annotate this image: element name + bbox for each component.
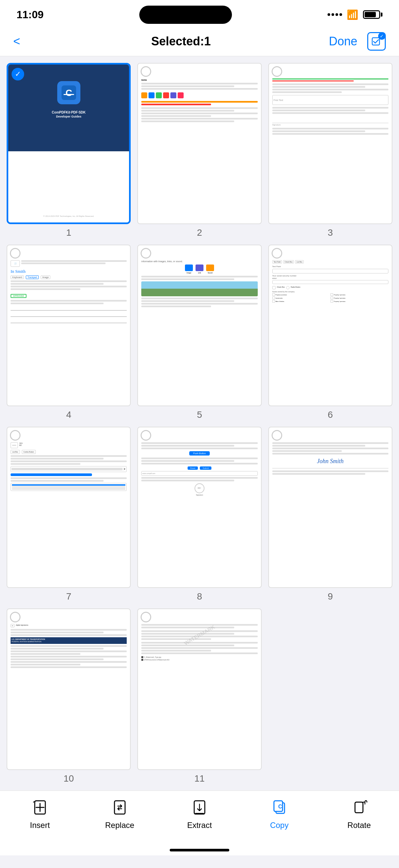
page-thumbnail-5[interactable]: information with Images, links, or sound… [137,245,261,406]
status-bar: 11:09 📶 [0,0,399,27]
battery-icon [363,10,383,19]
page-label-9: 9 [328,591,333,602]
list-item[interactable]: John Smith 9 [268,427,392,602]
cover-logo: C [57,81,80,104]
list-item[interactable]: Text Field Check Box List Box Text Paint… [268,245,392,420]
copy-icon: C [269,798,289,817]
svg-text:C: C [278,804,282,809]
rotate-icon [349,798,369,817]
toolbar-extract[interactable]: Extract [160,798,239,830]
pages-grid: ✓ C ComPDFKit·PDF·SDK Developer Guides [0,56,399,790]
home-indicator [0,843,399,856]
dynamic-island [139,6,232,24]
page-thumbnail-2[interactable]: ions [137,63,261,224]
page-checkbox-5[interactable] [141,248,151,258]
page-title: Selected:1 [151,34,211,48]
wifi-icon: 📶 [347,9,358,20]
page-label-10: 10 [64,773,74,784]
status-icons: 📶 [328,9,383,20]
page-checkbox-10[interactable] [10,612,21,622]
list-item[interactable]: Free Text Signature [268,63,392,238]
list-item[interactable]: ions [137,63,261,238]
page-label-8: 8 [197,591,202,602]
cover-title: ComPDFKit·PDF·SDK [52,110,86,115]
list-item[interactable]: ✏ digital signatures U.S. DEPARTMENT OF … [7,609,131,783]
page-checkbox-3[interactable] [272,66,282,77]
page-thumbnail-11[interactable]: WATERMARK ⬛ C_Watermark_Type.jpg ⬛ CPDFD… [137,609,261,770]
list-item[interactable]: ✓ C ComPDFKit·PDF·SDK Developer Guides [7,63,131,238]
list-item[interactable]: 📄 In Smith Keyboard Trackpad Image [7,245,131,420]
page-label-7: 7 [66,591,71,602]
nav-right-actions: Done [329,32,386,51]
replace-label: Replace [105,821,134,830]
done-button[interactable]: Done [329,34,357,48]
insert-label: Insert [30,821,50,830]
svg-rect-7 [114,801,125,814]
toolbar-insert[interactable]: Insert [0,798,80,830]
list-item[interactable]: information with Images, links, or sound… [137,245,261,420]
page-label-5: 5 [197,409,202,420]
page-checkbox-6[interactable] [272,248,282,258]
back-button[interactable]: < [13,34,33,48]
page-label-1: 1 [66,227,71,238]
copy-label: Copy [270,821,289,830]
list-item[interactable]: WATERMARK ⬛ C_Watermark_Type.jpg ⬛ CPDFD… [137,609,261,783]
page-label-4: 4 [66,409,71,420]
page-checkbox-9[interactable] [272,430,282,441]
status-time: 11:09 [16,9,44,21]
page-label-6: 6 [328,409,333,420]
page-thumbnail-7[interactable]: YESNO List Box Combo Button [7,427,131,588]
cover-footer: © 2014-2023 PDF Technologies, Inc. All R… [42,213,96,219]
nav-bar: < Selected:1 Done [0,27,399,56]
page-thumbnail-8[interactable]: Push Button Reset Submit www.compdf.c [137,427,261,588]
page-thumbnail-10[interactable]: ✏ digital signatures U.S. DEPARTMENT OF … [7,609,131,770]
page-thumbnail-4[interactable]: 📄 In Smith Keyboard Trackpad Image [7,245,131,406]
svg-rect-3 [64,94,74,95]
rotate-label: Rotate [347,821,371,830]
toolbar-rotate[interactable]: Rotate [319,798,399,830]
list-item[interactable]: Push Button Reset Submit www.compdf.c [137,427,261,602]
toolbar: Insert Replace Extract [0,790,399,843]
page-checkbox-7[interactable] [10,430,21,441]
page-label-11: 11 [194,773,204,784]
page-thumbnail-9[interactable]: John Smith [268,427,392,588]
page-checkbox-4[interactable] [10,248,21,258]
page-label-3: 3 [328,227,333,238]
extract-icon [190,798,209,817]
svg-text:C: C [66,88,72,98]
toolbar-replace[interactable]: Replace [80,798,160,830]
page-checkbox-8[interactable] [141,430,151,441]
insert-icon [30,798,50,817]
page-checkbox-1[interactable]: ✓ [11,68,24,81]
page-thumbnail-6[interactable]: Text Field Check Box List Box Text Paint… [268,245,392,406]
svg-rect-12 [355,802,363,813]
page-checkbox-11[interactable] [141,612,151,622]
signal-icon [328,13,342,16]
toolbar-copy[interactable]: C Copy [239,798,319,830]
select-all-icon[interactable] [367,32,386,51]
page-thumbnail-1[interactable]: ✓ C ComPDFKit·PDF·SDK Developer Guides [7,63,131,224]
extract-label: Extract [187,821,212,830]
home-bar [170,849,229,851]
list-item[interactable]: YESNO List Box Combo Button [7,427,131,602]
cover-title-2: Developer Guides [56,115,81,118]
page-thumbnail-3[interactable]: Free Text Signature [268,63,392,224]
page-checkbox-2[interactable] [141,66,151,77]
page-label-2: 2 [197,227,202,238]
replace-icon [110,798,130,817]
